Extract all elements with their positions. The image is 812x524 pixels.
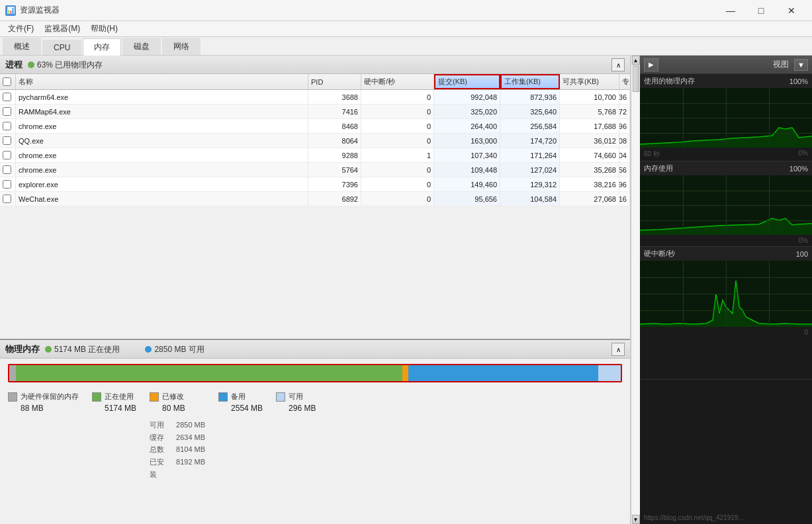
right-panel: ▶ 视图 ▼ 使用的物理内存 100% <box>640 56 812 524</box>
legend-modified: 已修改 80 MB 可用2850 MB 缓存2634 MB 总数8104 MB … <box>150 392 205 480</box>
grid3-v3 <box>769 261 770 327</box>
menu-monitor[interactable]: 监视器(M) <box>39 22 85 36</box>
tab-disk[interactable]: 磁盘 <box>122 38 161 55</box>
window-controls[interactable]: — □ ✕ <box>715 0 807 21</box>
grid2-v2 <box>726 175 727 235</box>
bar-hardware <box>9 365 16 381</box>
cell-checkbox[interactable] <box>0 177 16 191</box>
legend-hardware-color <box>8 392 17 402</box>
cell-workset: 129,312 <box>500 177 560 191</box>
cell-checkbox[interactable] <box>0 90 16 104</box>
scrollbar-down[interactable]: ▼ <box>632 515 640 524</box>
chart2-label: 内存使用 <box>644 163 673 173</box>
table-row[interactable]: chrome.exe 5764 0 109,448 127,024 35,268… <box>0 163 630 177</box>
col-checkbox[interactable] <box>0 74 16 89</box>
table-row[interactable]: WeChat.exe 6892 0 95,656 104,584 27,068 … <box>0 192 630 206</box>
chart-hard-interrupt: 硬中断/秒 100 0 <box>640 247 812 380</box>
cell-private: 238,896 <box>619 119 630 133</box>
col-private[interactable]: 专用(KB) <box>619 74 630 89</box>
cell-checkbox[interactable] <box>0 134 16 148</box>
col-name[interactable]: 名称 <box>16 74 308 89</box>
cell-hardint: 0 <box>361 163 434 177</box>
legend-inuse-color <box>92 392 101 402</box>
table-row[interactable]: RAMMap64.exe 7416 0 325,020 325,640 5,76… <box>0 105 630 119</box>
grid2-v1 <box>683 175 684 235</box>
main-scrollbar[interactable]: ▲ ▼ <box>631 56 640 524</box>
cell-pid: 7416 <box>308 105 361 118</box>
chart2-canvas <box>640 175 812 235</box>
scrollbar-thumb[interactable] <box>633 66 639 92</box>
right-expand-button[interactable]: ▶ <box>644 58 658 71</box>
maximize-button[interactable]: □ <box>746 0 776 21</box>
table-row[interactable]: chrome.exe 9288 1 107,340 171,264 74,660… <box>0 148 630 163</box>
col-pid[interactable]: PID <box>308 74 361 89</box>
tab-overview[interactable]: 概述 <box>3 38 41 55</box>
cell-commit: 109,448 <box>434 163 500 177</box>
cell-name: WeChat.exe <box>16 192 308 206</box>
cell-workset: 325,640 <box>500 105 560 118</box>
table-row[interactable]: explorer.exe 7396 0 149,460 129,312 38,2… <box>0 177 630 192</box>
tab-network[interactable]: 网络 <box>162 38 201 55</box>
cell-checkbox[interactable] <box>0 148 16 162</box>
col-commit[interactable]: 提交(KB) <box>434 74 500 89</box>
process-section: 进程 63% 已用物理内存 ∧ 名称 PID 硬中断/秒 提交(KB) 工作集(… <box>0 56 630 339</box>
menu-file[interactable]: 文件(F) <box>3 22 39 36</box>
legend-inuse: 正在使用 5174 MB <box>92 392 136 413</box>
legend-free-value: 296 MB <box>276 404 316 413</box>
tab-memory[interactable]: 内存 <box>83 38 121 56</box>
right-panel-header: ▶ 视图 ▼ <box>640 56 812 74</box>
chart2-bottom: 0% <box>640 235 812 246</box>
cell-private: 319,872 <box>619 105 630 118</box>
memory-detail-table: 可用2850 MB 缓存2634 MB 总数8104 MB 已安装8192 MB <box>150 419 205 480</box>
table-row[interactable]: pycharm64.exe 3688 0 992,048 872,936 10,… <box>0 90 630 105</box>
process-collapse-button[interactable]: ∧ <box>611 58 625 71</box>
scrollbar-track[interactable] <box>632 65 640 515</box>
chart2-header: 内存使用 100% <box>640 161 812 175</box>
tab-bar: 概述 CPU 内存 磁盘 网络 <box>0 37 812 56</box>
cell-hardint: 0 <box>361 192 434 206</box>
chart1-percentage: 100% <box>789 77 808 85</box>
col-shareable[interactable]: 可共享(KB) <box>560 74 619 89</box>
table-row[interactable]: QQ.exe 8064 0 163,000 174,720 36,012 138… <box>0 134 630 148</box>
cell-checkbox[interactable] <box>0 105 16 118</box>
title-left: 📊 资源监视器 <box>5 5 60 16</box>
legend-inuse-label: 正在使用 <box>105 392 134 402</box>
legend-hardware: 为硬件保留的内存 88 MB <box>8 392 79 413</box>
view-dropdown[interactable]: ▼ <box>794 59 808 71</box>
memory-collapse-button[interactable]: ∧ <box>611 343 625 356</box>
cell-checkbox[interactable] <box>0 119 16 133</box>
bar-standby <box>408 365 598 381</box>
cell-pid: 3688 <box>308 90 361 104</box>
cell-checkbox[interactable] <box>0 163 16 177</box>
legend-free-label: 可用 <box>289 392 303 402</box>
col-hardint[interactable]: 硬中断/秒 <box>361 74 434 89</box>
cell-hardint: 0 <box>361 177 434 191</box>
cell-name: explorer.exe <box>16 177 308 191</box>
process-table-body[interactable]: pycharm64.exe 3688 0 992,048 872,936 10,… <box>0 90 630 339</box>
cell-commit: 107,340 <box>434 148 500 162</box>
cell-shareable: 17,688 <box>560 119 619 133</box>
chart1-time: 60 秒 <box>644 150 660 159</box>
cell-shareable: 36,012 <box>560 134 619 148</box>
select-all-checkbox[interactable] <box>3 77 11 86</box>
right-panel-filler <box>640 380 812 512</box>
tab-cpu[interactable]: CPU <box>42 40 81 55</box>
legend-free-color <box>276 392 285 402</box>
memory-inuse-dot <box>45 346 52 353</box>
cell-commit: 325,020 <box>434 105 500 118</box>
app-title: 资源监视器 <box>20 5 60 16</box>
scrollbar-up[interactable]: ▲ <box>632 56 640 65</box>
menu-help[interactable]: 帮助(H) <box>85 22 123 36</box>
cell-pid: 6892 <box>308 192 361 206</box>
cell-checkbox[interactable] <box>0 192 16 206</box>
close-button[interactable]: ✕ <box>776 0 807 21</box>
chart1-bottom: 60 秒 0% <box>640 148 812 161</box>
main-layout: 进程 63% 已用物理内存 ∧ 名称 PID 硬中断/秒 提交(KB) 工作集(… <box>0 56 812 524</box>
table-row[interactable]: chrome.exe 8468 0 264,400 256,584 17,688… <box>0 119 630 134</box>
cell-shareable: 74,660 <box>560 148 619 162</box>
cell-private: 96,604 <box>619 148 630 162</box>
memory-inuse-status: 5174 MB 正在使用 <box>45 344 120 355</box>
minimize-button[interactable]: — <box>715 0 746 21</box>
col-workset[interactable]: 工作集(KB) <box>500 74 560 89</box>
cell-hardint: 0 <box>361 90 434 104</box>
